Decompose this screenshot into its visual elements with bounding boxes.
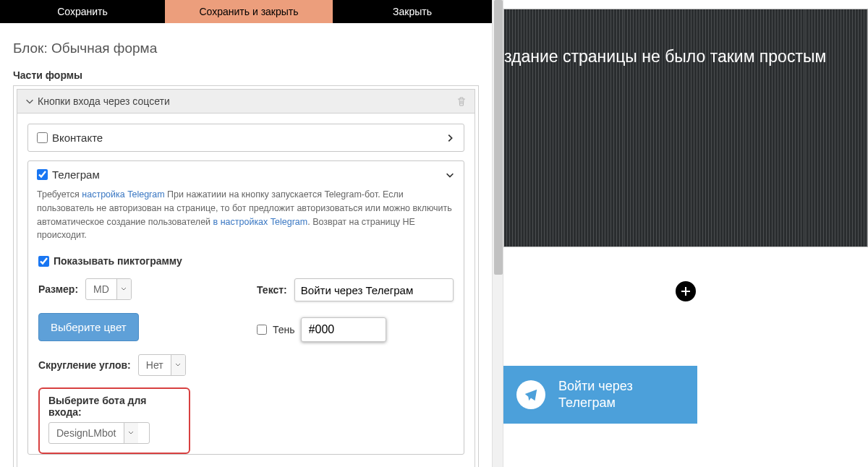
hero-headline: здание страницы не было таким простым	[504, 47, 859, 67]
scrollbar-thumb[interactable]	[494, 0, 503, 275]
show-pictogram-checkbox[interactable]	[38, 256, 49, 267]
size-label: Размер:	[38, 283, 78, 295]
social-login-panel-body: Вконтакте Телеграм Требуется настройка T…	[17, 113, 475, 467]
vk-item: Вконтакте	[27, 124, 464, 152]
close-button[interactable]: Закрыть	[333, 0, 492, 23]
size-value: MD	[86, 279, 116, 299]
border-radius-select[interactable]: Нет	[138, 354, 186, 376]
desc-text: Требуется	[37, 189, 82, 200]
vk-label: Вконтакте	[52, 132, 103, 144]
show-pictogram-label: Показывать пиктограмму	[54, 255, 182, 267]
bot-select-box: Выберите бота для входа: DesignLMbot	[38, 387, 190, 454]
vk-checkbox[interactable]	[37, 132, 48, 143]
chevron-down-icon	[445, 170, 455, 180]
bot-select-label: Выберите бота для входа:	[48, 395, 180, 418]
vk-toggle-row[interactable]: Вконтакте	[28, 124, 464, 151]
dropdown-caret-icon	[171, 355, 185, 375]
border-radius-value: Нет	[139, 355, 171, 375]
telegram-checkbox[interactable]	[37, 169, 48, 180]
save-close-button[interactable]: Сохранить и закрыть	[165, 0, 333, 23]
telegram-settings-link-2[interactable]: в настройках Telegram	[213, 217, 308, 227]
shadow-checkbox[interactable]	[257, 325, 267, 335]
panel-header-label: Кнопки входа через соцсети	[38, 95, 170, 107]
telegram-icon	[516, 380, 545, 409]
preview-pane: Предпросмотр здание страницы не было так…	[503, 0, 868, 467]
dropdown-caret-icon	[124, 423, 138, 443]
chevron-down-icon	[25, 96, 35, 106]
form-parts-panel: Кнопки входа через соцсети Вконтакте	[13, 85, 479, 467]
social-login-panel-header[interactable]: Кнопки входа через соцсети	[17, 89, 475, 113]
add-block-button[interactable]	[673, 279, 698, 304]
editor-scrollbar[interactable]	[492, 0, 503, 467]
editor-pane: Блок: Обычная форма Части формы Кнопки в…	[0, 23, 492, 467]
border-radius-label: Скругление углов:	[38, 359, 131, 371]
telegram-description: Требуется настройка Telegram При нажатии…	[28, 188, 464, 251]
telegram-item: Телеграм Требуется настройка Telegram Пр…	[27, 160, 464, 455]
shadow-label: Тень	[273, 324, 295, 335]
dropdown-caret-icon	[116, 279, 131, 299]
telegram-settings: Показывать пиктограмму Размер: MD	[28, 255, 464, 454]
bot-select[interactable]: DesignLMbot	[48, 422, 150, 444]
bot-select-value: DesignLMbot	[49, 423, 124, 443]
size-select[interactable]: MD	[85, 278, 132, 300]
save-button[interactable]: Сохранить	[0, 0, 165, 23]
editor-toolbar: Сохранить Сохранить и закрыть Закрыть	[0, 0, 492, 23]
hero-block[interactable]: здание страницы не было таким простым	[503, 9, 868, 247]
block-title: Блок: Обычная форма	[13, 40, 479, 56]
telegram-button-line2: Телеграм	[558, 395, 633, 411]
shadow-color-input[interactable]	[301, 317, 386, 342]
telegram-settings-link[interactable]: настройка Telegram	[82, 189, 164, 200]
plus-icon	[680, 286, 692, 297]
telegram-login-button-preview[interactable]: Войти через Телеграм	[503, 366, 697, 424]
trash-icon[interactable]	[456, 95, 467, 107]
telegram-button-line1: Войти через	[558, 378, 633, 395]
button-text-input[interactable]	[294, 278, 454, 301]
chevron-right-icon	[445, 133, 455, 143]
telegram-toggle-row[interactable]: Телеграм	[28, 161, 464, 188]
form-parts-label: Части формы	[13, 69, 479, 81]
text-label: Текст:	[257, 284, 287, 296]
telegram-label: Телеграм	[52, 168, 100, 181]
choose-color-button[interactable]: Выберите цвет	[38, 313, 139, 341]
